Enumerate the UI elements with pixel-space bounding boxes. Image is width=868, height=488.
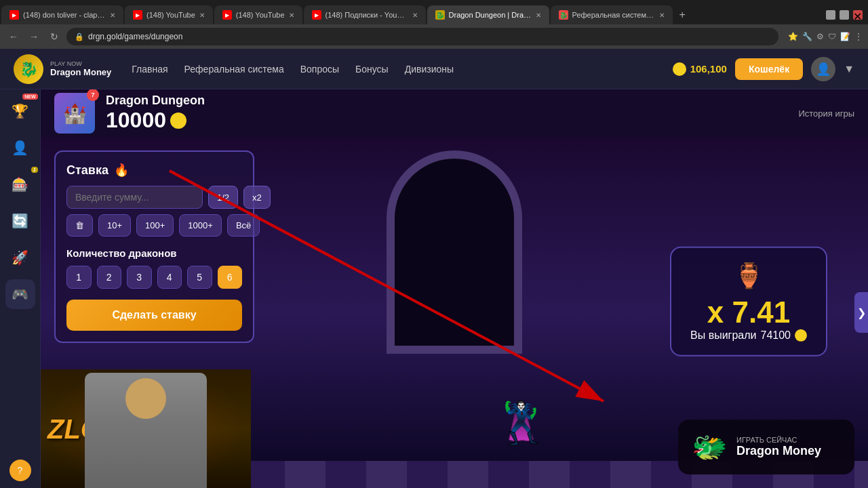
browser-window: ▶ (148) don toliver - clap [ slo... ✕ ▶ … <box>0 0 868 49</box>
promo-overlay: 🐲 ИГРАТЬ СЕЙЧАС Dragon Money <box>678 420 854 474</box>
header-right: ● 106,100 Кошелёк 👤 ▼ <box>673 57 854 81</box>
dragon-count-2[interactable]: 2 <box>97 266 122 289</box>
right-edge-tab[interactable]: ❯ <box>854 292 868 333</box>
bet-label: Ставка <box>66 163 108 178</box>
chevron-down-icon[interactable]: ▼ <box>844 63 854 75</box>
sidebar-item-rocket[interactable]: 🚀 <box>5 243 35 272</box>
person-head <box>125 378 166 419</box>
tab-6-close[interactable]: ✕ <box>659 12 665 19</box>
minimize-btn[interactable] <box>826 10 835 20</box>
tab-6-ref[interactable]: 🐉 Реферальная система | Dra... ✕ <box>551 5 673 24</box>
help-icon: ? <box>18 465 23 476</box>
dragon-count-6[interactable]: 6 <box>218 266 243 289</box>
new-badge: NEW <box>22 94 37 100</box>
win-label: Вы выиграли <box>690 329 756 342</box>
logo-subtitle: PLAY NOW <box>50 60 111 67</box>
nav-home[interactable]: Главная <box>132 64 167 75</box>
tab-5-dragon[interactable]: 🐉 Dragon Dungeon | Dragon M... ✕ <box>427 5 549 24</box>
bet-amount-input[interactable] <box>66 186 203 209</box>
nav-questions[interactable]: Вопросы <box>300 64 339 75</box>
forward-button[interactable]: → <box>26 28 42 45</box>
bet-x2-button[interactable]: x2 <box>243 186 271 209</box>
bet-add-1000[interactable]: 1000+ <box>179 214 222 237</box>
dragon-count-4[interactable]: 4 <box>157 266 182 289</box>
win-multiplier: x 7.41 <box>690 296 807 329</box>
tab-3[interactable]: ▶ (148) YouTube ✕ <box>214 5 302 24</box>
fire-icon: 🔥 <box>114 163 129 178</box>
tab-5-title: Dragon Dungeon | Dragon M... <box>449 11 532 19</box>
promo-text-area: ИГРАТЬ СЕЙЧАС Dragon Money <box>736 436 821 458</box>
tab-bar: ▶ (148) don toliver - clap [ slo... ✕ ▶ … <box>0 0 868 24</box>
sidebar-item-game[interactable]: 🎮 <box>5 279 35 309</box>
maximize-btn[interactable] <box>840 10 849 20</box>
nav-referral[interactable]: Реферальная система <box>184 64 284 75</box>
dungeon-character: 🦹 <box>496 399 547 447</box>
dragon-count-3[interactable]: 3 <box>127 266 152 289</box>
history-link[interactable]: История игры <box>798 108 854 119</box>
user-avatar[interactable]: 👤 <box>811 57 835 81</box>
refresh-button[interactable]: ↻ <box>46 28 62 45</box>
back-button[interactable]: ← <box>5 28 22 45</box>
tab-3-favicon: ▶ <box>222 10 232 20</box>
bet-add-10[interactable]: 10+ <box>98 214 131 237</box>
game-scene: 🦹 Ставка 🔥 1/2 x2 🗑 <box>41 137 868 488</box>
ext-2[interactable]: 🔧 <box>802 32 812 41</box>
sidebar-item-refresh[interactable]: 🔄 <box>5 206 35 236</box>
bet-panel: Ставка 🔥 1/2 x2 🗑 10+ 100+ 1000+ <box>54 150 254 343</box>
ext-1[interactable]: ⭐ <box>788 32 798 41</box>
new-tab-button[interactable]: + <box>673 9 692 21</box>
tab-3-title: (148) YouTube <box>236 11 285 19</box>
sidebar-item-trophy[interactable]: 🏆 NEW <box>5 96 35 126</box>
promo-play-now: ИГРАТЬ СЕЙЧАС <box>736 436 821 444</box>
bet-trash-button[interactable]: 🗑 <box>66 214 93 237</box>
nav-divisions[interactable]: Дивизионы <box>405 64 454 75</box>
logo-area: 🐉 PLAY NOW Dragon Money <box>14 54 111 84</box>
site-header: 🐉 PLAY NOW Dragon Money Главная Рефераль… <box>0 49 868 89</box>
ext-5[interactable]: 📝 <box>840 32 850 41</box>
tab-4-close[interactable]: ✕ <box>412 12 418 19</box>
dungeon-arch <box>387 150 522 354</box>
ext-3[interactable]: ⚙ <box>816 32 824 41</box>
tab-4[interactable]: ▶ (148) Подписки - YouTube ✕ <box>304 5 426 24</box>
dragon-count-1[interactable]: 1 <box>66 266 92 289</box>
tab-6-favicon: 🐉 <box>559 10 568 20</box>
tab-1[interactable]: ▶ (148) don toliver - clap [ slo... ✕ <box>1 5 123 24</box>
game-score: 10000 <box>106 108 787 133</box>
tab-2-close[interactable]: ✕ <box>199 12 205 19</box>
sidebar-item-help[interactable]: ? <box>9 460 31 481</box>
ext-menu[interactable]: ⋮ <box>854 32 863 41</box>
tab-5-favicon: 🐉 <box>435 10 445 20</box>
game-thumbnail: 🏰 7 <box>54 93 95 134</box>
bet-add-all[interactable]: Всё <box>227 214 260 237</box>
tab-5-close[interactable]: ✕ <box>536 12 541 19</box>
game-badge: 7 <box>87 89 99 101</box>
tab-2-favicon: ▶ <box>133 10 142 20</box>
promo-character-icon: 🐲 <box>692 430 727 464</box>
sidebar-item-jackpot[interactable]: 🎰 J <box>5 169 35 199</box>
sidebar-item-user[interactable]: 👤 <box>5 133 35 163</box>
game-icon: 🎮 <box>12 286 28 302</box>
user-icon: 👤 <box>12 140 28 156</box>
dragons-label: Количество драконов <box>66 247 242 259</box>
tab-3-close[interactable]: ✕ <box>289 12 294 19</box>
bet-add-100[interactable]: 100+ <box>136 214 174 237</box>
dragons-section: Количество драконов 1 2 3 4 5 6 <box>66 247 242 289</box>
sidebar: 🏆 NEW 👤 🎰 J 🔄 🚀 🎮 ? <box>0 89 41 488</box>
game-header-info: 🏰 7 Dragon Dungeon 10000 История игры <box>41 89 868 137</box>
ext-4[interactable]: 🛡 <box>828 32 836 41</box>
tab-1-close[interactable]: ✕ <box>110 12 115 19</box>
tab-2[interactable]: ▶ (148) YouTube ✕ <box>125 5 213 24</box>
wallet-button[interactable]: Кошелёк <box>735 58 803 80</box>
dragon-count-5[interactable]: 5 <box>187 266 212 289</box>
place-bet-button[interactable]: Сделать ставку <box>66 300 242 331</box>
address-bar[interactable]: 🔒 drgn.gold/games/dungeon <box>66 28 778 45</box>
browser-controls: ← → ↻ 🔒 drgn.gold/games/dungeon ⭐ 🔧 ⚙ 🛡 … <box>0 24 868 49</box>
close-btn[interactable]: ✕ <box>853 10 863 20</box>
logo-icon: 🐉 <box>14 54 43 84</box>
nav-bonuses[interactable]: Бонусы <box>355 64 389 75</box>
bet-half-button[interactable]: 1/2 <box>208 186 238 209</box>
win-text: Вы выиграли 74100 <box>690 329 807 342</box>
rocket-icon: 🚀 <box>12 249 28 266</box>
win-amount: 74100 <box>761 329 791 342</box>
jackpot-badge: J <box>31 167 38 173</box>
